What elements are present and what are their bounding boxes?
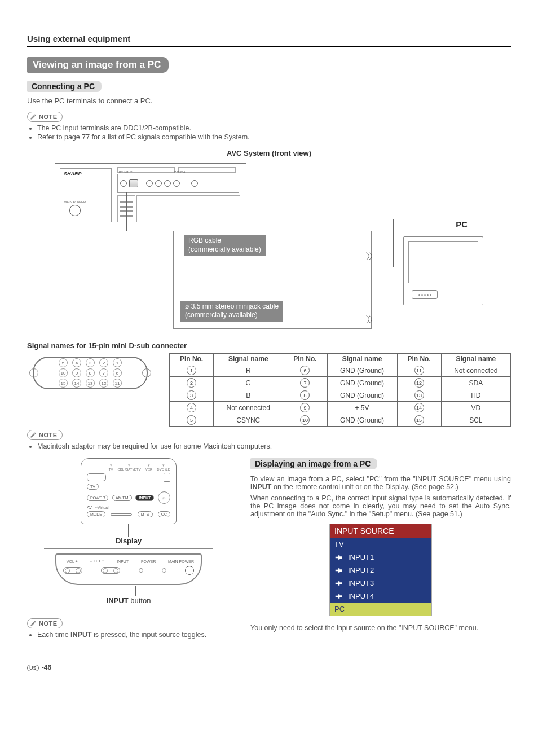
page-number: -46 bbox=[42, 663, 51, 671]
note-badge: NOTE bbox=[27, 618, 63, 628]
av-label: AV bbox=[87, 506, 92, 509]
jack-icon bbox=[191, 180, 198, 187]
plug-icon bbox=[334, 568, 343, 573]
pin-number: 14 bbox=[414, 403, 424, 412]
leader-line bbox=[135, 586, 136, 596]
cable-line bbox=[126, 192, 127, 231]
connecting-heading: Connecting a PC bbox=[27, 81, 102, 92]
minijack-label: ø 3.5 mm stereo minijack cable (commerci… bbox=[180, 301, 283, 322]
avc-left-panel: SHARP MAIN POWER bbox=[60, 168, 112, 222]
main-power-label: MAIN POWER bbox=[64, 200, 86, 204]
port-group-label: INPUT 4 bbox=[174, 170, 185, 174]
osd-item-input1: INPUT1 bbox=[330, 551, 431, 564]
connecting-intro: Use the PC terminals to connect a PC. bbox=[27, 96, 511, 105]
note-item: Refer to page 77 for a list of PC signal… bbox=[37, 133, 511, 141]
table-row: 3B8GND (Ground)13HD bbox=[170, 389, 511, 402]
th-pin: Pin No. bbox=[397, 354, 441, 364]
power-ring-icon bbox=[69, 205, 81, 216]
pin-number: 15 bbox=[414, 415, 424, 425]
pin-number: 12 bbox=[414, 378, 424, 388]
pc-vga-port-icon bbox=[412, 290, 438, 299]
th-signal: Signal name bbox=[441, 354, 510, 364]
minijack-line1: ø 3.5 mm stereo minijack cable bbox=[185, 302, 279, 310]
cable-line bbox=[138, 192, 138, 231]
avc-door bbox=[136, 195, 240, 222]
power-button: POWER bbox=[87, 495, 108, 501]
signal-name-cell: VD bbox=[441, 402, 510, 414]
cable-callout: RGB cable (commercially available) ø 3.5… bbox=[173, 231, 372, 329]
vol-rocker-icon bbox=[63, 567, 82, 574]
plug-icon bbox=[334, 581, 343, 586]
remote-led-row: TV CBL /SAT /DTV VCR DVD /LD bbox=[87, 463, 170, 471]
virtual-label: ▫▫Virtual bbox=[95, 506, 109, 509]
amfm-button: AM/FM bbox=[112, 495, 132, 501]
port-group-label: PC INPUT bbox=[119, 170, 132, 174]
power-led-icon bbox=[162, 568, 166, 573]
connecting-notes: The PC input terminals are DDC1/2B-compa… bbox=[27, 124, 511, 141]
avc-slot bbox=[178, 167, 236, 173]
cable-line bbox=[393, 219, 394, 267]
th-pin: Pin No. bbox=[283, 354, 327, 364]
cable-wave-icon bbox=[365, 252, 374, 261]
table-row: 1R6GND (Ground)11Not connected bbox=[170, 364, 511, 377]
signal-table: Pin No. Signal name Pin No. Signal name … bbox=[169, 353, 511, 427]
blank-button bbox=[87, 473, 106, 481]
displaying-p3: You only need to select the input source… bbox=[250, 624, 511, 632]
tv-button: TV bbox=[87, 484, 99, 490]
cc-button: CC bbox=[158, 511, 170, 517]
connection-diagram: SHARP MAIN POWER PC INPUT INPUT 4 bbox=[55, 163, 483, 332]
dsub-pin-row: 10 9 8 7 6 bbox=[59, 368, 122, 377]
osd-item-input3: INPUT3 bbox=[330, 577, 431, 590]
note-label: NOTE bbox=[39, 620, 58, 627]
pin-number: 11 bbox=[414, 366, 424, 375]
signal-name-cell: GND (Ground) bbox=[327, 414, 397, 427]
osd-item-input4: INPUT4 bbox=[330, 590, 431, 603]
osd-item-pc-selected: PC bbox=[330, 603, 431, 616]
audio-r-jack-icon bbox=[173, 180, 180, 187]
pin-number: 8 bbox=[300, 390, 310, 400]
blank-button bbox=[111, 513, 132, 516]
signal-name-cell: Not connected bbox=[214, 402, 283, 414]
signal-name-cell: SDA bbox=[441, 377, 510, 389]
rgb-cable-line2: (commercially available) bbox=[188, 245, 261, 253]
displaying-p2: When connecting to a PC, the correct inp… bbox=[250, 494, 511, 518]
plug-icon bbox=[334, 555, 343, 560]
osd-item-tv: TV bbox=[330, 538, 431, 551]
svideo-jack-icon bbox=[146, 180, 153, 187]
brand-logo: SHARP bbox=[64, 171, 82, 177]
note-item: The PC input terminals are DDC1/2B-compa… bbox=[37, 124, 511, 132]
signal-name-cell: GND (Ground) bbox=[327, 389, 397, 402]
signal-name-cell: CSYNC bbox=[214, 414, 283, 427]
cable-wave-icon bbox=[365, 315, 374, 324]
dsub-pin-row: 15 14 13 12 11 bbox=[59, 379, 122, 388]
dsub-connector-diagram: 5 4 3 2 1 10 9 8 7 6 15 14 13 12 11 bbox=[33, 357, 148, 389]
toggle-note-text: Each time INPUT is pressed, the input so… bbox=[37, 631, 230, 639]
pin-number: 7 bbox=[300, 378, 310, 388]
input-led-icon bbox=[139, 568, 143, 573]
pin-number: 5 bbox=[187, 415, 196, 425]
signal-name-cell: R bbox=[214, 364, 283, 377]
rgb-port-icon bbox=[129, 179, 138, 187]
remote-clip-icon bbox=[164, 473, 170, 482]
input-label: INPUT bbox=[117, 560, 129, 564]
table-row: 5CSYNC10GND (Ground)15SCL bbox=[170, 414, 511, 427]
note-label: NOTE bbox=[39, 432, 58, 438]
pencil-icon bbox=[30, 620, 37, 627]
pin-number: 9 bbox=[300, 403, 310, 412]
mts-button: MTS bbox=[138, 511, 153, 517]
mainpower-label: MAIN POWER bbox=[168, 560, 194, 564]
ch-rocker-icon bbox=[101, 567, 120, 574]
input-button: INPUT bbox=[135, 495, 154, 501]
signal-name-cell: G bbox=[214, 377, 283, 389]
remote-illustration: TV CBL /SAT /DTV VCR DVD /LD TV POWER AM… bbox=[81, 458, 177, 524]
osd-item-input2: INPUT2 bbox=[330, 564, 431, 577]
osd-title: INPUT SOURCE bbox=[330, 524, 431, 538]
pin-number: 1 bbox=[187, 366, 196, 375]
pin-number: 13 bbox=[414, 390, 424, 400]
signal-name-cell: HD bbox=[441, 389, 510, 402]
pin-number: 2 bbox=[187, 378, 196, 388]
divider bbox=[44, 548, 213, 549]
table-row: 2G7GND (Ground)12SDA bbox=[170, 377, 511, 389]
th-pin: Pin No. bbox=[170, 354, 214, 364]
video-jack-icon bbox=[155, 180, 162, 187]
